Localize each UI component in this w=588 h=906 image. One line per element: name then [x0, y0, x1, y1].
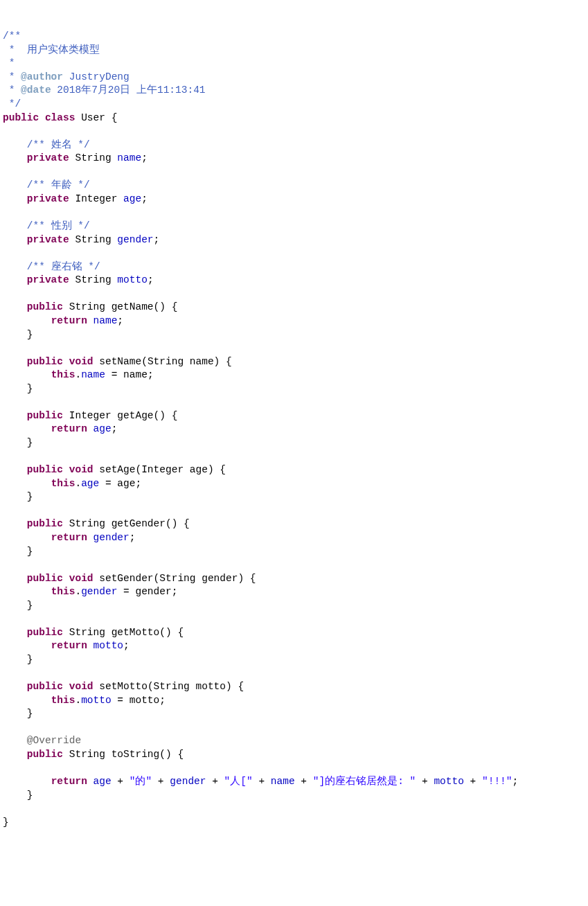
javadoc-blank: * — [3, 57, 15, 69]
param-motto: motto — [196, 681, 226, 692]
javadoc-author-val: JustryDeng — [63, 71, 130, 82]
kw-public: public — [27, 410, 63, 421]
type-string: String — [69, 301, 105, 312]
sc: ; — [148, 274, 154, 285]
paren: () — [166, 518, 177, 529]
plus: + — [112, 776, 130, 787]
ref-age: age — [81, 478, 99, 489]
kw-private: private — [27, 274, 69, 285]
brace-open: { — [220, 356, 231, 367]
field-motto-comment: /** 座右铭 */ — [27, 261, 100, 272]
brace-close: } — [27, 600, 33, 611]
kw-void: void — [69, 573, 93, 584]
str-bang: "!!!" — [482, 776, 513, 787]
type-string: String — [154, 681, 190, 692]
kw-private: private — [27, 152, 69, 163]
javadoc-date-tag: @date — [21, 85, 51, 96]
param-motto: motto — [130, 695, 160, 706]
javadoc-author-tag: @author — [21, 71, 63, 82]
brace-close: } — [27, 790, 33, 801]
brace-close: } — [27, 654, 33, 665]
kw-public: public — [27, 464, 63, 475]
sc: ; — [513, 776, 519, 787]
type-string: String — [75, 274, 111, 285]
kw-public: public — [27, 356, 63, 367]
javadoc-date-line: * — [3, 85, 21, 96]
ref-gender: gender — [81, 586, 117, 597]
sc: ; — [141, 152, 148, 163]
kw-public: public — [27, 301, 63, 312]
sc: ; — [112, 423, 118, 434]
brace-close: } — [27, 546, 33, 557]
param-age: age — [117, 478, 135, 489]
method-getage: getAge — [117, 410, 153, 421]
eq: = — [117, 586, 135, 597]
sc: ; — [172, 586, 178, 597]
kw-return: return — [51, 640, 87, 651]
javadoc-desc: * 用户实体类模型 — [3, 44, 100, 55]
type-string: String — [75, 152, 111, 163]
javadoc-close: */ — [3, 98, 21, 109]
field-gender: gender — [117, 234, 153, 245]
brace-close: } — [27, 491, 33, 502]
kw-public: public — [27, 627, 63, 638]
javadoc-date-val: 2018年7月20日 上午11:13:41 — [51, 85, 206, 96]
field-gender-comment: /** 性别 */ — [27, 220, 90, 231]
paren: () — [159, 627, 171, 638]
sc: ; — [141, 193, 148, 204]
kw-return: return — [51, 776, 87, 787]
kw-return: return — [51, 315, 87, 326]
eq: = — [112, 695, 130, 706]
paren: () — [159, 749, 171, 760]
paren-open: ( — [141, 356, 148, 367]
brace-open: { — [172, 627, 184, 638]
field-name-comment: /** 姓名 */ — [27, 139, 90, 150]
eq: = — [105, 369, 123, 380]
kw-this: this — [51, 369, 75, 380]
ref-age: age — [93, 776, 112, 787]
plus: + — [295, 776, 313, 787]
plus: + — [206, 776, 224, 787]
annotation-override: @Override — [27, 735, 81, 746]
plus: + — [253, 776, 271, 787]
sc: ; — [148, 369, 154, 380]
eq: = — [99, 478, 117, 489]
str-ren: "人[" — [224, 776, 253, 787]
kw-public: public — [3, 112, 39, 123]
class-brace-close: } — [3, 817, 9, 828]
ref-name: name — [93, 315, 118, 326]
ref-motto: motto — [434, 776, 464, 787]
paren-close: ) — [238, 573, 244, 584]
kw-public: public — [27, 573, 63, 584]
paren-close: ) — [226, 681, 232, 692]
method-setname: setName — [99, 356, 141, 367]
method-getname: getName — [112, 301, 154, 312]
method-setmotto: setMotto — [99, 681, 148, 692]
dot: . — [75, 369, 81, 380]
paren-open: ( — [148, 681, 154, 692]
kw-return: return — [51, 532, 87, 543]
brace-close: } — [27, 437, 33, 448]
brace-open: { — [232, 681, 244, 692]
brace-open: { — [177, 518, 189, 529]
kw-void: void — [69, 356, 93, 367]
class-name: User — [81, 112, 105, 123]
method-tostring: toString — [112, 749, 160, 760]
sc: ; — [130, 532, 136, 543]
code-block: /** * 用户实体类模型 * * @author JustryDeng * @… — [3, 30, 585, 829]
param-gender: gender — [202, 573, 238, 584]
paren-close: ) — [214, 356, 220, 367]
str-close: "]的座右铭居然是: " — [313, 776, 416, 787]
ref-motto: motto — [81, 695, 112, 706]
field-age-comment: /** 年龄 */ — [27, 179, 90, 190]
type-integer: Integer — [75, 193, 117, 204]
type-string: String — [69, 627, 105, 638]
paren: () — [154, 301, 166, 312]
paren-close: ) — [208, 464, 214, 475]
brace-open: { — [166, 410, 177, 421]
param-name: name — [190, 356, 214, 367]
kw-void: void — [69, 681, 93, 692]
kw-this: this — [51, 695, 75, 706]
paren: () — [154, 410, 166, 421]
sc: ; — [154, 234, 160, 245]
